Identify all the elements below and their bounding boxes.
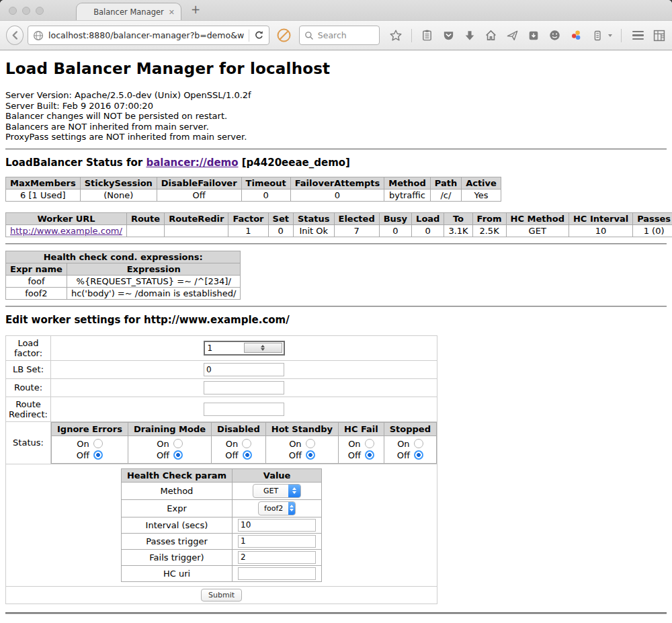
search-icon	[304, 31, 314, 40]
disabled-on-radio[interactable]	[242, 439, 251, 448]
col-hc-param: Health Check param	[121, 468, 232, 482]
route-input[interactable]	[204, 381, 284, 394]
radio-off-label: Off	[157, 450, 169, 460]
ignore-errors-on-radio[interactable]	[93, 439, 103, 448]
downloads-icon[interactable]	[464, 30, 476, 42]
disabled-off-radio[interactable]	[243, 450, 252, 460]
search-placeholder[interactable]: Search	[318, 30, 347, 40]
col-load: Load	[412, 212, 444, 224]
tab-close-icon[interactable]: ✕	[169, 8, 175, 17]
col-maxmembers: MaxMembers	[6, 177, 81, 189]
window-controls	[9, 7, 44, 15]
cell-failoverattempts: 0	[290, 189, 384, 201]
home-icon[interactable]	[485, 29, 497, 42]
balancer-demo-link[interactable]: balancer://demo	[146, 157, 238, 169]
table-header-row: MaxMembers StickySession DisableFailover…	[6, 177, 501, 189]
back-button[interactable]	[6, 26, 24, 45]
bookmarks-sidebar-grid-icon[interactable]	[653, 29, 666, 42]
container-battery-icon[interactable]	[591, 30, 603, 42]
hc-fail-on-radio[interactable]	[365, 439, 374, 448]
load-factor-input[interactable]: 1	[204, 341, 285, 356]
lb-set-input[interactable]	[204, 363, 284, 376]
submit-button[interactable]: Submit	[201, 589, 242, 601]
cell-status: Init Ok	[293, 224, 334, 237]
select-stepper-icon	[288, 484, 300, 498]
reading-list-icon[interactable]	[421, 29, 433, 42]
menu-hamburger-icon[interactable]	[632, 31, 644, 40]
radio-off-label: Off	[77, 450, 89, 460]
cell-set: 0	[268, 224, 293, 237]
number-stepper-icon[interactable]	[244, 343, 282, 353]
feedback-smiley-icon[interactable]	[548, 29, 561, 42]
edit-worker-heading: Edit worker settings for http://www.exam…	[5, 314, 667, 326]
status-heading-prefix: LoadBalancer Status for	[5, 157, 146, 169]
worker-row: http://www.example.com/ 1 0 Init Ok 7 0 …	[6, 224, 672, 237]
lb-set-row: LB Set:	[6, 360, 437, 378]
pocket-icon[interactable]	[442, 29, 455, 42]
overflow-caret-icon[interactable]	[608, 34, 612, 37]
interval-input[interactable]	[238, 519, 316, 532]
cell-timeout: 0	[241, 189, 290, 201]
expr-select[interactable]: foof2	[258, 501, 296, 515]
cell-load: 0	[412, 224, 444, 237]
hc-interval-row: Interval (secs)	[121, 517, 321, 533]
ignore-errors-off-radio[interactable]	[93, 450, 103, 460]
lb-set-label: LB Set:	[6, 360, 51, 378]
zoom-window-button[interactable]	[36, 7, 44, 15]
new-tab-button[interactable]: +	[191, 3, 200, 16]
radio-off-label: Off	[348, 450, 361, 460]
stopped-off-radio[interactable]	[414, 450, 423, 460]
url-text[interactable]: localhost:8880/balancer-manager?b=demo&w…	[48, 30, 244, 40]
cell-expression: hc('body') =~ /domain is established/	[67, 287, 241, 299]
cell-from: 2.5K	[472, 224, 506, 237]
toolbar-divider-2	[621, 29, 622, 42]
stopped-on-radio[interactable]	[414, 439, 423, 448]
minimize-window-button[interactable]	[22, 7, 30, 15]
divider	[5, 243, 667, 245]
close-window-button[interactable]	[9, 7, 17, 15]
col-passes: Passes	[633, 212, 672, 224]
hot-standby-on-radio[interactable]	[306, 439, 315, 448]
back-arrow-icon	[10, 30, 20, 40]
server-info: Server Version: Apache/2.5.0-dev (Unix) …	[5, 90, 667, 142]
site-identity-globe-icon[interactable]	[33, 30, 44, 41]
hc-expr-row: Expr foof2	[121, 499, 321, 517]
url-bar[interactable]: localhost:8880/balancer-manager?b=demo&w…	[28, 26, 269, 45]
search-bar[interactable]: Search	[299, 26, 380, 45]
col-status: Status	[293, 212, 334, 224]
cell-disablefailover: Off	[157, 189, 241, 201]
route-redirect-input[interactable]	[204, 403, 284, 416]
tab-balancer-manager[interactable]: Balancer Manager ✕	[76, 3, 181, 20]
draining-mode-off-radio[interactable]	[173, 450, 183, 460]
send-tab-icon[interactable]	[506, 29, 519, 42]
hc-uri-input[interactable]	[238, 567, 316, 580]
worker-url-link[interactable]: http://www.example.com/	[10, 226, 122, 236]
content-blocked-icon[interactable]	[276, 28, 292, 43]
col-expr-name: Expr name	[6, 263, 67, 275]
col-busy: Busy	[379, 212, 411, 224]
hc-passes-row: Passes trigger	[121, 533, 321, 549]
col-from: From	[472, 212, 506, 224]
method-select[interactable]: GET	[253, 484, 301, 498]
bookmark-star-icon[interactable]	[389, 29, 403, 42]
inherit-note-line: Balancers are NOT inherited from main se…	[5, 122, 667, 132]
edit-worker-form: Load factor: 1 LB Set: Route: Route Redi…	[5, 335, 437, 604]
route-row: Route:	[6, 378, 437, 397]
radio-on-label: On	[226, 439, 238, 449]
col-to: To	[444, 212, 472, 224]
server-built-line: Server Built: Feb 9 2016 07:00:20	[5, 101, 667, 112]
save-to-device-icon[interactable]	[528, 30, 540, 42]
cell-passes: 1 (0)	[633, 224, 672, 237]
expr-selected-value: foof2	[259, 504, 288, 513]
reload-icon[interactable]	[254, 30, 264, 40]
cell-path: /c/	[430, 189, 461, 201]
col-disabled: Disabled	[212, 422, 266, 435]
fails-input[interactable]	[238, 551, 316, 564]
passes-input[interactable]	[238, 535, 316, 548]
hot-standby-off-radio[interactable]	[306, 450, 315, 460]
extension-colored-dots-icon[interactable]	[570, 29, 583, 42]
radio-on-label: On	[397, 439, 409, 449]
draining-mode-on-radio[interactable]	[173, 439, 183, 448]
toolbar-divider	[411, 29, 412, 42]
hc-fail-off-radio[interactable]	[365, 450, 374, 460]
